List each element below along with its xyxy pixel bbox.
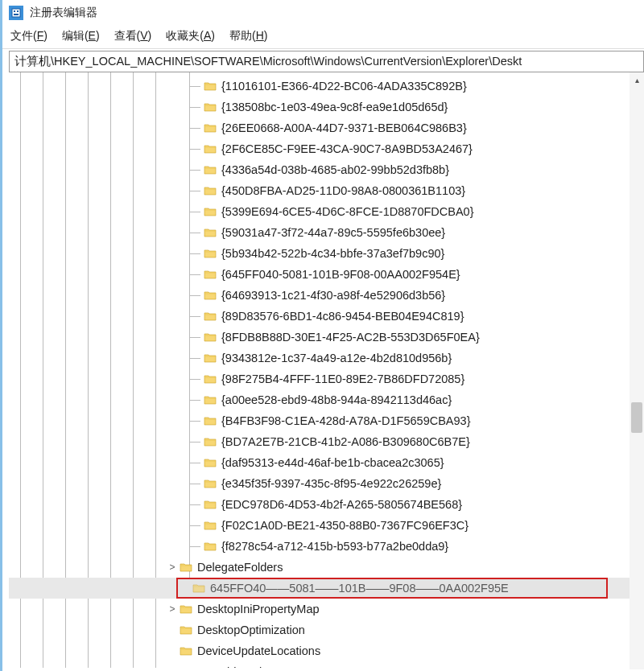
address-bar[interactable]: 计算机\HKEY_LOCAL_MACHINE\SOFTWARE\Microsof… [9, 51, 644, 72]
folder-icon [204, 227, 217, 238]
tree-item-label: {645FF040-5081-101B-9F08-00AA002F954E} [221, 268, 460, 281]
title-bar: 注册表编辑器 [2, 0, 644, 26]
tree-item-guid[interactable]: {64693913-1c21-4f30-a98f-4e52906d3b56} [9, 285, 644, 306]
tree-item-guid[interactable]: {8FDB8B88D-30E1-4F25-AC2B-553D3D65F0EA} [9, 327, 644, 348]
svg-rect-1 [14, 10, 15, 12]
expand-toggle-icon[interactable]: > [167, 603, 178, 615]
tree-item-guid[interactable]: {645FF040-5081-101B-9F08-00AA002F954E} [9, 264, 644, 285]
folder-icon [204, 311, 217, 322]
folder-icon [204, 101, 217, 113]
tree-item-guid[interactable]: {f8278c54-a712-415b-b593-b77a2be0dda9} [9, 536, 644, 557]
tree-item-label: {BD7A2E7B-21CB-41b2-A086-B309680C6B7E} [221, 435, 470, 448]
tree-item-guid[interactable]: {B4FB3F98-C1EA-428d-A78A-D1F5659CBA93} [9, 410, 644, 431]
menu-edit[interactable]: 编辑(E) [62, 29, 100, 43]
tree-item-label: {89D83576-6BD1-4c86-9454-BEB04E94C819} [221, 310, 464, 323]
folder-icon [180, 645, 192, 657]
tree-item-label: {138508bc-1e03-49ea-9c8f-ea9e1d05d65d} [221, 101, 448, 113]
tree-item-guid[interactable]: {138508bc-1e03-49ea-9c8f-ea9e1d05d65d} [9, 97, 644, 117]
tree-item-label: DelegateFolders [197, 561, 283, 574]
tree-item-label: {a00ee528-ebd9-48b8-944a-8942113d46ac} [221, 393, 452, 406]
tree-item-label: {e345f35f-9397-435c-8f95-4e922c26259e} [221, 477, 441, 490]
svg-rect-3 [14, 14, 19, 15]
tree-item-label: DocObjectView [197, 665, 277, 668]
folder-icon [180, 624, 192, 636]
tree-item-guid[interactable]: {89D83576-6BD1-4c86-9454-BEB04E94C819} [9, 306, 644, 327]
tree-item-label: {f8278c54-a712-415b-b593-b77a2be0dda9} [221, 540, 448, 553]
folder-icon [180, 666, 192, 668]
tree-item-delegatefolders[interactable]: >DelegateFolders [9, 557, 644, 578]
tree-item[interactable]: DocObjectView [9, 661, 644, 668]
tree-item-guid[interactable]: {98F275B4-4FFF-11E0-89E2-7B86DFD72085} [9, 368, 644, 389]
tree-item-guid[interactable]: {4336a54d-038b-4685-ab02-99bb52d3fb8b} [9, 159, 644, 180]
tree-item-label: {F02C1A0D-BE21-4350-88B0-7367FC96EF3C} [221, 519, 469, 532]
tree-view[interactable]: {11016101-E366-4D22-BC06-4ADA335C892B}{1… [9, 72, 644, 668]
svg-rect-2 [17, 10, 19, 12]
window-title: 注册表编辑器 [30, 6, 97, 20]
tree-item-label: {11016101-E366-4D22-BC06-4ADA335C892B} [221, 80, 467, 93]
tree-item-guid[interactable]: {BD7A2E7B-21CB-41b2-A086-B309680C6B7E} [9, 431, 644, 452]
tree-item[interactable]: DeviceUpdateLocations [9, 640, 644, 661]
tree-item-guid[interactable]: {F02C1A0D-BE21-4350-88B0-7367FC96EF3C} [9, 515, 644, 536]
tree-item-guid[interactable]: {26EE0668-A00A-44D7-9371-BEB064C986B3} [9, 117, 644, 138]
tree-item-label: {2F6CE85C-F9EE-43CA-90C7-8A9BD53A2467} [221, 142, 473, 155]
tree-item-guid[interactable]: {a00ee528-ebd9-48b8-944a-8942113d46ac} [9, 389, 644, 410]
tree-item-highlighted[interactable]: 645FFO40——5081——101B——9F08——0AA002F95E [9, 578, 644, 599]
tree-item-label: {5b934b42-522b-4c34-bbfe-37a3ef7b9c90} [221, 247, 444, 260]
tree-item-label: {5399E694-6CE5-4D6C-8FCE-1D8870FDCBA0} [221, 205, 474, 218]
tree-item-label: DeviceUpdateLocations [197, 644, 320, 657]
tree-item[interactable]: DesktopOptimization [9, 620, 644, 640]
menu-bar: 文件(F) 编辑(E) 查看(V) 收藏夹(A) 帮助(H) [2, 26, 644, 49]
tree-item-guid[interactable]: {EDC978D6-4D53-4b2f-A265-5805674BE568} [9, 494, 644, 515]
svg-rect-0 [12, 9, 20, 17]
scroll-thumb[interactable] [631, 402, 642, 433]
tree-item-label: {9343812e-1c37-4a49-a12e-4b2d810d956b} [221, 352, 452, 364]
tree-item-label: {8FDB8B88D-30E1-4F25-AC2B-553D3D65F0EA} [221, 331, 480, 344]
tree-item-label: {EDC978D6-4D53-4b2f-A265-5805674BE568} [221, 498, 462, 511]
regedit-app-icon [9, 6, 23, 20]
tree-item-guid[interactable]: {2F6CE85C-F9EE-43CA-90C7-8A9BD53A2467} [9, 138, 644, 159]
tree-item-guid[interactable]: {11016101-E366-4D22-BC06-4ADA335C892B} [9, 76, 644, 97]
menu-file[interactable]: 文件(F) [10, 29, 47, 43]
folder-icon [204, 415, 217, 426]
tree-item-label: DesktopIniPropertyMap [197, 603, 320, 615]
menu-view[interactable]: 查看(V) [114, 29, 152, 43]
tree-item-guid[interactable]: {5399E694-6CE5-4D6C-8FCE-1D8870FDCBA0} [9, 201, 644, 222]
folder-icon [204, 122, 217, 134]
folder-icon [204, 499, 217, 510]
tree-item-label: DesktopOptimization [197, 624, 305, 636]
folder-icon [204, 352, 217, 364]
tree-item-label: {4336a54d-038b-4685-ab02-99bb52d3fb8b} [221, 163, 449, 176]
folder-icon [204, 269, 217, 280]
expand-toggle-icon[interactable]: > [167, 562, 178, 573]
tree-item-guid[interactable]: {9343812e-1c37-4a49-a12e-4b2d810d956b} [9, 348, 644, 368]
tree-item-guid[interactable]: {5b934b42-522b-4c34-bbfe-37a3ef7b9c90} [9, 243, 644, 264]
menu-help[interactable]: 帮助(H) [229, 29, 267, 43]
menu-favorites[interactable]: 收藏夹(A) [166, 29, 215, 43]
folder-icon [180, 603, 192, 615]
folder-icon [204, 80, 217, 92]
tree-item-label: {59031a47-3f72-44a7-89c5-5595fe6b30ee} [221, 226, 445, 239]
folder-icon [192, 582, 205, 594]
folder-icon [204, 331, 217, 343]
tree-item-guid[interactable]: {e345f35f-9397-435c-8f95-4e922c26259e} [9, 473, 644, 494]
tree-item-label: 645FFO40——5081——101B——9F08——0AA002F95E [210, 582, 509, 595]
folder-icon [204, 290, 217, 301]
tree-item-guid[interactable]: {59031a47-3f72-44a7-89c5-5595fe6b30ee} [9, 222, 644, 243]
folder-icon [204, 185, 217, 196]
folder-icon [204, 394, 217, 405]
tree-item[interactable]: >DesktopIniPropertyMap [9, 599, 644, 620]
tree-item-label: {64693913-1c21-4f30-a98f-4e52906d3b56} [221, 289, 445, 302]
vertical-scrollbar[interactable]: ▴ [630, 72, 644, 669]
tree-item-label: {B4FB3F98-C1EA-428d-A78A-D1F5659CBA93} [221, 414, 471, 427]
folder-icon [204, 206, 217, 217]
folder-icon [204, 457, 217, 468]
folder-icon [204, 143, 217, 154]
folder-icon [204, 373, 217, 385]
tree-item-guid[interactable]: {450D8FBA-AD25-11D0-98A8-0800361B1103} [9, 180, 644, 201]
tree-item-guid[interactable]: {daf95313-e44d-46af-be1b-cbacea2c3065} [9, 452, 644, 473]
folder-icon [204, 541, 217, 552]
scroll-up-arrow[interactable]: ▴ [630, 72, 644, 87]
folder-icon [204, 478, 217, 489]
tree-item-label: {98F275B4-4FFF-11E0-89E2-7B86DFD72085} [221, 373, 464, 385]
folder-icon [204, 164, 217, 175]
